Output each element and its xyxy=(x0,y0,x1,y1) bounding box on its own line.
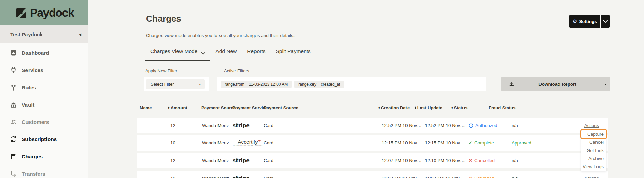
sort-icon[interactable]: ▲▼ xyxy=(378,106,380,109)
status-badge: ✖ Cancelled xyxy=(469,153,495,168)
cell-creation-date: 12:52 PM 10 Nov… xyxy=(382,118,422,133)
clock-icon xyxy=(469,123,473,128)
workspace-name: Test Paydock xyxy=(10,31,43,37)
tab-add-new[interactable]: Add New xyxy=(210,48,242,61)
download-report-button[interactable]: Download Report ▾ xyxy=(501,77,610,91)
sort-icon[interactable]: ▲▼ xyxy=(168,106,170,109)
dashboard-icon xyxy=(10,49,17,57)
people-icon xyxy=(10,118,17,126)
cell-last-update: 12:10 PM 10 Nov… xyxy=(425,153,465,168)
table-row[interactable]: 10 Wanda Mertz Accertify AN AMERICAN EXP… xyxy=(137,135,608,151)
gear-icon: ⚙ xyxy=(573,19,577,24)
column-header-creation-date[interactable]: ▲▼Creation Date xyxy=(378,103,410,112)
page-description: Charges view mode enables you to see all… xyxy=(146,33,295,38)
cell-amount: 12 xyxy=(170,153,175,168)
sidebar-item-services[interactable]: Services xyxy=(0,62,88,79)
workspace-selector[interactable]: Test Paydock ◀ xyxy=(0,25,88,43)
bank-icon xyxy=(10,101,17,109)
chevron-down-icon xyxy=(603,20,608,23)
table-row[interactable]: 12 Wanda Mertz stripe Card 12:07 PM 10 N… xyxy=(137,153,608,168)
cell-payment-service: Accertify AN AMERICAN EXPRESS COMPANY xyxy=(233,135,263,151)
transfer-arrow-icon xyxy=(10,170,17,178)
table-header: Name ▲▼Amount Payment Source Payment Ser… xyxy=(137,103,608,112)
cell-fraud-status: n/a xyxy=(512,171,518,178)
status-badge: ✔ Complete xyxy=(469,135,494,151)
menu-item-get-link[interactable]: Get Link xyxy=(581,146,606,154)
sidebar-item-vault[interactable]: Vault xyxy=(0,96,88,113)
cell-creation-date: 12:07 PM 10 Nov… xyxy=(382,153,422,168)
actions-dropdown-menu: Capture Cancel Get Link Archive View Log… xyxy=(581,130,606,171)
download-dropdown-toggle[interactable]: ▾ xyxy=(601,83,610,86)
sidebar-item-label: Rules xyxy=(22,85,36,91)
column-header-payment-source-type[interactable]: Payment Source… xyxy=(264,103,303,112)
settings-button[interactable]: ⚙ Settings xyxy=(569,15,610,28)
flag-icon xyxy=(10,153,17,160)
branch-icon xyxy=(10,84,17,91)
sort-icon[interactable]: ▲▼ xyxy=(451,106,453,109)
menu-item-archive[interactable]: Archive xyxy=(581,154,606,162)
cell-last-update: 12:15 PM 10 Nov… xyxy=(425,135,465,151)
filter-chip[interactable]: range.from = 11-03-2023 12:00 AM xyxy=(221,81,292,88)
column-header-payment-service[interactable]: Payment Service xyxy=(232,103,268,112)
sidebar-item-customers[interactable]: Customers xyxy=(0,113,88,131)
download-icon xyxy=(501,82,514,87)
cell-amount: 10 xyxy=(170,171,175,178)
menu-item-capture[interactable]: Capture xyxy=(581,130,606,138)
collapse-sidebar-icon[interactable]: ◀ xyxy=(79,32,81,36)
stripe-logo: stripe xyxy=(233,123,249,129)
sidebar-item-label: Dashboard xyxy=(22,50,49,56)
cell-payment-source: Wanda Mertz xyxy=(202,171,229,178)
filter-chip[interactable]: range.key = created_at xyxy=(294,81,344,88)
main-content: Charges Charges view mode enables you to… xyxy=(88,0,644,178)
sidebar-item-label: Services xyxy=(22,67,43,73)
sort-icon[interactable]: ▲▼ xyxy=(415,106,416,109)
select-filter-value: Select Filter xyxy=(151,82,174,87)
chevron-down-icon xyxy=(201,50,205,56)
tab-label: Charges View Mode xyxy=(150,48,197,56)
caret-down-icon: ▾ xyxy=(199,83,201,86)
sidebar: Paydock Test Paydock ◀ Dashboard Service… xyxy=(0,0,88,178)
cell-payment-service: stripe xyxy=(233,153,249,168)
page-title: Charges xyxy=(146,14,181,24)
cell-last-update: 12:52 PM 10 Nov… xyxy=(425,118,465,133)
status-badge: ↺ Refunded xyxy=(469,171,494,178)
column-header-name[interactable]: Name xyxy=(140,103,152,112)
column-header-status[interactable]: ▲▼Status xyxy=(451,103,467,112)
tab-reports[interactable]: Reports xyxy=(242,48,270,61)
tab-split-payments[interactable]: Split Payments xyxy=(270,48,316,61)
check-icon: ✔ xyxy=(469,141,472,145)
tab-label: Add New xyxy=(215,48,237,57)
select-filter-dropdown[interactable]: Select Filter ▾ xyxy=(146,79,205,89)
actions-menu-trigger[interactable]: Actions xyxy=(584,171,599,178)
cell-fraud-status: Approved xyxy=(512,135,531,151)
table-row[interactable]: 12 Wanda Mertz stripe Card 12:52 PM 10 N… xyxy=(137,118,608,133)
column-header-payment-source[interactable]: Payment Source xyxy=(201,103,236,112)
stripe-logo: stripe xyxy=(233,158,249,164)
tab-charges-view-mode[interactable]: Charges View Mode xyxy=(145,48,210,61)
menu-item-view-logs[interactable]: View Logs xyxy=(581,162,606,171)
sidebar-item-dashboard[interactable]: Dashboard xyxy=(0,44,88,62)
sidebar-item-charges[interactable]: Charges xyxy=(0,148,88,165)
download-report-label: Download Report xyxy=(514,82,601,87)
sidebar-item-transfers[interactable]: Transfers xyxy=(0,165,88,178)
cell-payment-service: stripe xyxy=(233,118,249,133)
tab-label: Reports xyxy=(247,48,265,57)
sidebar-item-label: Vault xyxy=(22,102,34,108)
sidebar-item-rules[interactable]: Rules xyxy=(0,79,88,96)
column-header-amount[interactable]: ▲▼Amount xyxy=(168,103,187,112)
sidebar-item-subscriptions[interactable]: Subscriptions xyxy=(0,131,88,148)
cell-last-update: 11:03 AM 10 Nov… xyxy=(425,171,464,178)
cell-creation-date: 11:02 AM 10 Nov… xyxy=(382,171,421,178)
menu-item-cancel[interactable]: Cancel xyxy=(581,138,606,146)
column-header-fraud-status[interactable]: Fraud Status xyxy=(489,103,515,112)
sidebar-item-label: Customers xyxy=(22,119,49,125)
settings-button-main[interactable]: ⚙ Settings xyxy=(569,19,600,24)
cell-payment-source: Wanda Mertz xyxy=(202,118,229,133)
settings-dropdown-toggle[interactable] xyxy=(601,20,610,23)
sidebar-item-label: Charges xyxy=(22,154,43,160)
cell-payment-source-type: Card xyxy=(264,153,273,168)
table-row[interactable]: 10 Wanda Mertz stripe Card 11:02 AM 10 N… xyxy=(137,171,608,178)
cell-payment-source-type: Card xyxy=(264,171,273,178)
column-header-last-update[interactable]: ▲▼Last Update xyxy=(415,103,442,112)
accertify-swoosh-icon xyxy=(258,138,261,143)
